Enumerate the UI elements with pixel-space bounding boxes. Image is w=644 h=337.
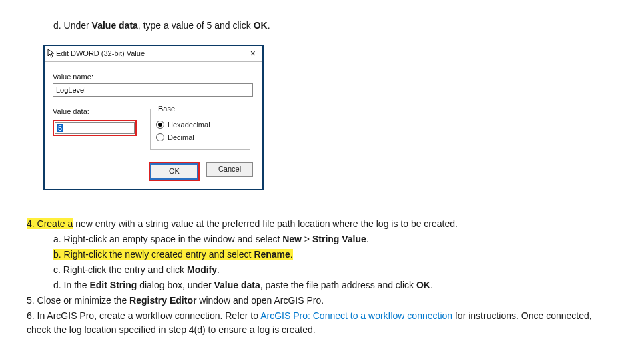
step-5: 5. Close or minimize the Registry Editor… [27, 294, 617, 308]
radio-decimal[interactable]: Decimal [156, 132, 244, 143]
value-data-highlight: 5 [53, 120, 137, 136]
radio-label: Decimal [168, 132, 194, 143]
arcgis-link[interactable]: ArcGIS Pro: Connect to a workflow connec… [260, 310, 452, 321]
dialog-title: Edit DWORD (32-bit) Value [56, 48, 145, 59]
step-4a: a. Right-click an empty space in the win… [53, 232, 617, 246]
step-3d-text: d. Under Value data, type a value of 5 a… [53, 19, 617, 33]
cursor-icon [47, 49, 55, 58]
radio-icon-selected [156, 121, 164, 129]
step-4: 4. Create a new entry with a string valu… [27, 217, 617, 231]
step-6: 6. In ArcGIS Pro, create a workflow conn… [27, 309, 617, 337]
value-data-label: Value data: [53, 106, 137, 117]
base-legend: Base [156, 103, 177, 115]
ok-button[interactable]: OK [151, 164, 198, 179]
radio-hexadecimal[interactable]: Hexadecimal [156, 119, 244, 131]
step-4d: d. In the Edit String dialog box, under … [53, 278, 617, 292]
cancel-button[interactable]: Cancel [206, 162, 253, 177]
close-button[interactable]: × [248, 49, 258, 58]
value-data-input[interactable]: 5 [55, 122, 135, 134]
dialog-titlebar: Edit DWORD (32-bit) Value × [45, 46, 262, 62]
value-name-label: Value name: [53, 71, 254, 83]
ok-highlight: OK [149, 162, 200, 181]
step-4b: b. Right-click the newly created entry a… [53, 248, 617, 262]
radio-label: Hexadecimal [168, 119, 210, 131]
radio-icon [156, 133, 164, 141]
value-name-input[interactable] [53, 83, 253, 97]
edit-dword-dialog: Edit DWORD (32-bit) Value × Value name: … [43, 45, 264, 190]
base-fieldset: Base Hexadecimal Decimal [150, 103, 250, 150]
step-4c: c. Right-click the entry and click Modif… [53, 263, 617, 277]
